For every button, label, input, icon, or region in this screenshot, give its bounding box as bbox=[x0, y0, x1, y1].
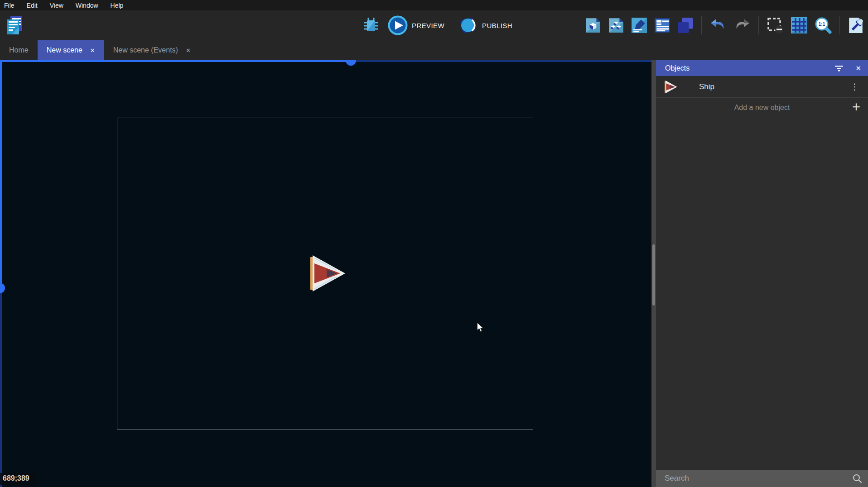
tab-label: New scene bbox=[47, 46, 82, 54]
publish-label: PUBLISH bbox=[482, 22, 512, 29]
ship-sprite-instance[interactable] bbox=[310, 254, 346, 292]
toolbar-separator bbox=[701, 16, 702, 34]
toolbar-separator bbox=[839, 16, 840, 34]
open-instances-list-icon[interactable] bbox=[654, 17, 671, 34]
preview-button[interactable]: PREVIEW bbox=[388, 15, 444, 35]
filter-icon[interactable] bbox=[834, 65, 844, 72]
open-object-groups-icon[interactable] bbox=[608, 17, 625, 34]
menu-window[interactable]: Window bbox=[76, 2, 98, 9]
ship-object-thumbnail-icon bbox=[664, 80, 678, 94]
preview-play-icon bbox=[388, 15, 408, 35]
objects-panel-empty-area bbox=[656, 117, 868, 470]
edit-scene-properties-icon[interactable] bbox=[847, 17, 864, 34]
scene-editor-canvas[interactable]: 689;389 bbox=[0, 60, 651, 487]
mouse-cursor bbox=[477, 322, 484, 334]
object-list-item-ship[interactable]: Ship ⋮ bbox=[656, 76, 868, 98]
zoom-original-icon[interactable]: 1:1 bbox=[814, 16, 832, 34]
publish-button[interactable]: PUBLISH bbox=[458, 15, 512, 35]
tab-new-scene[interactable]: New scene ✕ bbox=[38, 40, 104, 60]
objects-panel-header: Objects ✕ bbox=[656, 60, 868, 76]
open-objects-panel-icon[interactable] bbox=[584, 17, 602, 34]
objects-search-input[interactable] bbox=[665, 474, 852, 483]
objects-search-bar bbox=[656, 470, 868, 487]
gdevelop-window: File Edit View Window Help bbox=[0, 0, 868, 487]
menu-file[interactable]: File bbox=[4, 2, 14, 9]
editor-tab-bar: Home New scene ✕ New scene (Events) ✕ bbox=[0, 40, 868, 60]
open-properties-icon[interactable] bbox=[631, 17, 648, 34]
plus-icon: + bbox=[852, 99, 860, 116]
tab-label: New scene (Events) bbox=[113, 46, 178, 54]
tab-close-icon[interactable]: ✕ bbox=[186, 47, 191, 54]
horizontal-scrollbar-track[interactable] bbox=[0, 60, 351, 62]
tab-close-icon[interactable]: ✕ bbox=[90, 47, 95, 54]
panel-splitter bbox=[651, 60, 656, 487]
tab-new-scene-events[interactable]: New scene (Events) ✕ bbox=[104, 40, 200, 60]
svg-text:1:1: 1:1 bbox=[819, 22, 825, 27]
vertical-scrollbar-track[interactable] bbox=[0, 60, 2, 288]
open-layers-icon[interactable] bbox=[677, 17, 694, 34]
vertical-scrollbar-track[interactable] bbox=[0, 288, 2, 487]
debug-icon[interactable] bbox=[362, 16, 381, 35]
horizontal-scrollbar-track[interactable] bbox=[351, 60, 651, 62]
menu-help[interactable]: Help bbox=[111, 2, 124, 9]
undo-icon[interactable] bbox=[709, 16, 727, 34]
toolbar-separator bbox=[758, 16, 759, 34]
add-new-object-label: Add a new object bbox=[734, 104, 790, 112]
panel-splitter-handle[interactable] bbox=[652, 244, 655, 306]
cursor-coordinates-label: 689;389 bbox=[0, 473, 35, 485]
tab-home[interactable]: Home bbox=[0, 40, 38, 60]
preview-label: PREVIEW bbox=[412, 22, 444, 29]
menu-bar: File Edit View Window Help bbox=[0, 0, 868, 10]
redo-icon[interactable] bbox=[733, 16, 751, 34]
add-new-object-button[interactable]: Add a new object + bbox=[656, 98, 868, 117]
object-name-label: Ship bbox=[699, 82, 848, 91]
menu-view[interactable]: View bbox=[50, 2, 63, 9]
clear-selection-icon[interactable] bbox=[766, 16, 784, 34]
close-icon[interactable]: ✕ bbox=[855, 64, 861, 72]
toggle-grid-icon[interactable] bbox=[790, 16, 808, 34]
objects-panel: Objects ✕ Ship ⋮ bbox=[656, 60, 868, 487]
main-toolbar: PREVIEW PUBLISH bbox=[0, 10, 868, 40]
vertical-scrollbar-handle[interactable] bbox=[0, 283, 5, 293]
project-manager-icon[interactable] bbox=[5, 15, 24, 37]
tab-label: Home bbox=[9, 46, 29, 54]
menu-edit[interactable]: Edit bbox=[27, 2, 38, 9]
publish-globe-icon bbox=[458, 15, 478, 35]
objects-panel-title: Objects bbox=[665, 64, 823, 72]
horizontal-scrollbar-handle[interactable] bbox=[346, 60, 356, 66]
search-icon bbox=[852, 473, 862, 483]
object-menu-icon[interactable]: ⋮ bbox=[848, 81, 862, 92]
